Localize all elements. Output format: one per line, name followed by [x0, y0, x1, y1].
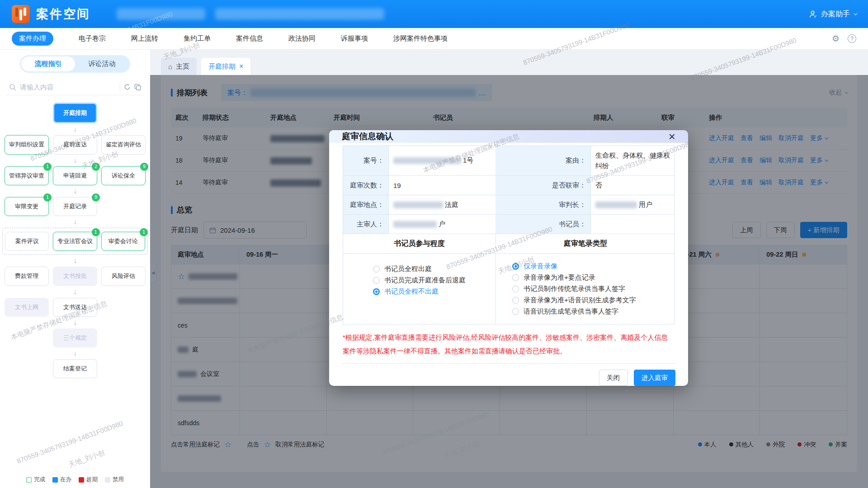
clerk-participation-header: 书记员参与程度 — [343, 234, 495, 254]
assistant-menu[interactable]: 办案助手 — [809, 9, 856, 19]
clerk-participation-options: 书记员全程出庭 书记员完成开庭准备后退庭 书记员全程不出庭 — [343, 254, 495, 324]
flow-node-time-limit-change[interactable]: 审限变更1 — [5, 197, 49, 216]
field-label: 案由： — [495, 146, 590, 176]
flow-node-risk-assessment[interactable]: 风险评估 — [101, 267, 146, 286]
chevron-down-icon — [854, 11, 857, 15]
close-tab-icon[interactable]: × — [239, 62, 243, 70]
arrow-down-icon: ↓ — [52, 347, 99, 359]
radio-icon — [512, 274, 519, 281]
joint-trial-value: 否 — [590, 176, 675, 195]
nav-item-case-handling[interactable]: 案件办理 — [12, 32, 53, 46]
toggle-process-guide[interactable]: 流程指引 — [21, 56, 75, 71]
count-badge: 9 — [140, 163, 148, 171]
hearing-times-value: 19 — [388, 176, 495, 195]
sidebar-search — [5, 79, 145, 95]
redacted-text — [393, 157, 461, 164]
nav-item-online-flow[interactable]: 网上流转 — [131, 34, 158, 43]
radio-option[interactable]: 录音录像为准+语音识别生成参考文字 — [512, 296, 675, 305]
app-title: 案件空间 — [36, 6, 90, 22]
radio-icon — [373, 277, 380, 284]
flow-node-court-scheduling[interactable]: 开庭排期 — [53, 103, 97, 123]
redacted-header-text — [215, 8, 384, 20]
settings-icon[interactable]: ⚙ — [832, 33, 840, 44]
flow-node-case-closing[interactable]: 结案登记 — [53, 359, 97, 378]
flow-node-three-rules: 三个规定 — [53, 328, 97, 347]
search-input[interactable] — [20, 83, 116, 91]
hearing-info-table: 案号： 1号 案由： 生命权、身体权、健康权纠纷 庭审次数： 19 是否联审： … — [343, 145, 675, 324]
clerk-value — [590, 215, 675, 234]
assistant-label: 办案助手 — [821, 9, 850, 19]
layers-icon[interactable] — [134, 84, 141, 90]
case-number-value: 1号 — [388, 146, 495, 176]
field-label: 是否联审： — [495, 176, 590, 195]
field-label: 庭审地点： — [343, 195, 388, 215]
flow-node-document-publish: 文书上网 — [5, 298, 49, 317]
flow-node-pretrial-delivery[interactable]: 庭前送达 — [53, 135, 97, 154]
arrow-down-icon: ↓ — [52, 317, 99, 328]
nav-item-service-matters[interactable]: 诉服事项 — [341, 34, 368, 43]
tab-strip: ⌂主页 开庭排期× — [150, 50, 868, 75]
refresh-icon[interactable] — [124, 84, 131, 90]
count-badge: 1 — [43, 193, 52, 202]
tab-court-scheduling[interactable]: 开庭排期× — [201, 58, 250, 75]
flow-node-jurisdiction-objection[interactable]: 管辖异议审查1 — [5, 166, 49, 185]
flow-node-document-approval: 文书报批 — [53, 267, 97, 286]
radio-option-selected[interactable]: 仅录音录像 — [512, 262, 675, 271]
arrow-down-icon: ↓ — [52, 255, 99, 267]
arrow-down-icon: ↓ — [52, 123, 99, 135]
flow-node-preservation[interactable]: 诉讼保全9 — [101, 166, 146, 185]
flow-node-judge-meeting[interactable]: 专业法官会议1 — [53, 232, 97, 251]
flow-node-document-delivery[interactable]: 文书送达 — [53, 298, 97, 317]
radio-option[interactable]: 书记员全程出庭 — [373, 265, 495, 273]
redacted-text — [393, 202, 443, 208]
radio-icon — [512, 308, 519, 315]
dialog-header: 庭审信息确认 × — [329, 130, 688, 143]
top-header: 案件空间 办案助手 — [0, 0, 868, 28]
nav-item-legal-coordination[interactable]: 政法协同 — [288, 34, 316, 43]
radio-icon — [373, 266, 380, 272]
nav-item-case-info[interactable]: 案件信息 — [236, 34, 263, 43]
app-root: 案件空间 办案助手 案件办理 电子卷宗 网上流转 集约工单 案件信息 政法协同 … — [0, 0, 868, 488]
radio-option[interactable]: 语音识别生成笔录供当事人签字 — [512, 307, 675, 316]
field-label: 主审人： — [343, 215, 388, 234]
flow-node-hearing-record[interactable]: 开庭记录9 — [53, 197, 97, 216]
flow-node-appraisal[interactable]: 鉴定咨询评估 — [101, 135, 146, 154]
radio-option[interactable]: 书记员制作传统笔录供当事人签字 — [512, 285, 675, 293]
radio-icon — [512, 297, 519, 304]
presiding-judge-value: 用户 — [590, 195, 675, 215]
redacted-text — [393, 221, 437, 228]
redacted-text — [595, 202, 637, 208]
count-badge: 1 — [43, 163, 52, 171]
help-icon[interactable]: ? — [848, 34, 856, 43]
flow-node-trial-org[interactable]: 审判组织设置 — [5, 135, 49, 154]
count-badge: 2 — [92, 163, 100, 171]
hearing-confirm-dialog: 庭审信息确认 × 案号： 1号 案由： 生命权、身体权、健康权纠纷 庭审次数： … — [329, 130, 688, 386]
radio-option[interactable]: 录音录像为准+要点记录 — [512, 273, 675, 282]
toggle-litigation-activity[interactable]: 诉讼活动 — [75, 56, 129, 71]
enter-hearing-button[interactable]: 进入庭审 — [634, 370, 675, 386]
home-icon: ⌂ — [168, 63, 172, 70]
close-button[interactable]: 关闭 — [599, 370, 627, 386]
flow-node-committee-discussion[interactable]: 审委会讨论1 — [101, 232, 145, 251]
nav-item-internet-cases[interactable]: 涉网案件特色事项 — [393, 34, 448, 43]
app-logo — [12, 5, 30, 23]
search-icon — [9, 84, 16, 91]
nav-item-e-dossier[interactable]: 电子卷宗 — [79, 34, 106, 43]
tab-home[interactable]: ⌂主页 — [161, 58, 197, 75]
close-icon[interactable]: × — [669, 131, 675, 142]
radio-option[interactable]: 书记员完成开庭准备后退庭 — [373, 276, 495, 285]
flow-node-recusal[interactable]: 申请回避2 — [53, 166, 97, 185]
flow-node-case-review[interactable]: 案件评议 — [5, 232, 49, 251]
cause-value: 生命权、身体权、健康权纠纷 — [590, 146, 675, 176]
radio-option-selected[interactable]: 书记员全程不出庭 — [373, 287, 495, 296]
sidebar-mode-toggle: 流程指引 诉讼活动 — [20, 55, 130, 73]
sidebar: 流程指引 诉讼活动 开庭排期 ↓ 审判组织设置 庭前送达 鉴定咨询评估 ↓ — [0, 50, 150, 488]
nav-item-work-orders[interactable]: 集约工单 — [184, 34, 211, 43]
dialog-title: 庭审信息确认 — [342, 131, 393, 142]
dialog-footer: 关闭 进入庭审 — [342, 363, 675, 386]
count-badge: 9 — [92, 193, 100, 202]
flow-node-fee-management[interactable]: 费款管理 — [5, 267, 49, 286]
arrow-down-icon: ↓ — [52, 185, 99, 197]
chief-judge-value: 户 — [388, 215, 495, 234]
record-type-header: 庭审笔录类型 — [495, 234, 675, 254]
